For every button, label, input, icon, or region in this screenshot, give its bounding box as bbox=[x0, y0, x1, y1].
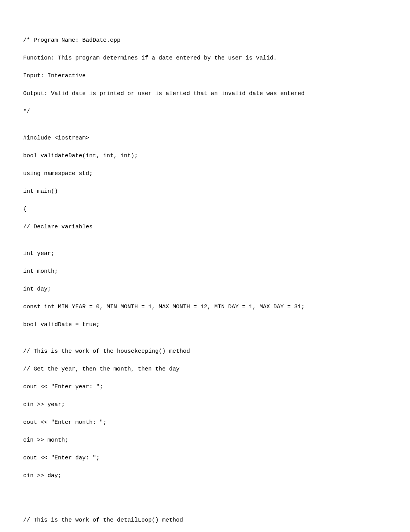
code-line: // This is the work of the detailLoop() … bbox=[23, 516, 387, 525]
code-line: #include <iostream> bbox=[23, 134, 387, 143]
code-line: int day; bbox=[23, 285, 387, 294]
code-line: Function: This program determines if a d… bbox=[23, 54, 387, 63]
code-line: // Declare variables bbox=[23, 223, 387, 231]
code-line: int main() bbox=[23, 187, 387, 196]
code-line: cin >> day; bbox=[23, 471, 387, 480]
code-line: cout << "Enter month: "; bbox=[23, 418, 387, 427]
code-line: int month; bbox=[23, 267, 387, 276]
code-line: cin >> year; bbox=[23, 400, 387, 409]
code-line: cout << "Enter year: "; bbox=[23, 382, 387, 391]
code-line: // This is the work of the housekeeping(… bbox=[23, 347, 387, 356]
code-line: */ bbox=[23, 107, 387, 116]
code-line: using namespace std; bbox=[23, 169, 387, 178]
code-line: int year; bbox=[23, 249, 387, 258]
code-line: { bbox=[23, 205, 387, 214]
code-line: bool validateDate(int, int, int); bbox=[23, 151, 387, 160]
code-line: const int MIN_YEAR = 0, MIN_MONTH = 1, M… bbox=[23, 303, 387, 311]
code-line: /* Program Name: BadDate.cpp bbox=[23, 36, 387, 45]
code-line: cout << "Enter day: "; bbox=[23, 454, 387, 462]
code-line: cin >> month; bbox=[23, 436, 387, 445]
code-line: // Get the year, then the month, then th… bbox=[23, 365, 387, 374]
code-line: Input: Interactive bbox=[23, 71, 387, 80]
code-document: /* Program Name: BadDate.cpp Function: T… bbox=[0, 0, 410, 532]
code-line: Output: Valid date is printed or user is… bbox=[23, 89, 387, 98]
code-line: bool validDate = true; bbox=[23, 320, 387, 329]
